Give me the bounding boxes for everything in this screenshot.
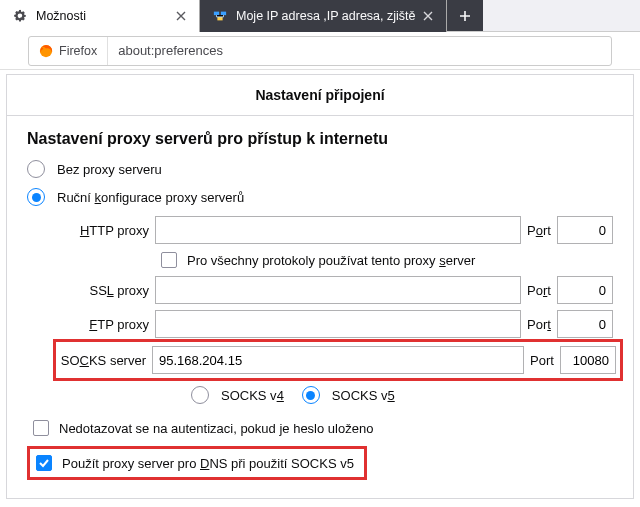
checkbox-icon [33, 420, 49, 436]
radio-icon [27, 188, 45, 206]
ssl-proxy-host[interactable] [155, 276, 521, 304]
socks-proxy-label: SOCKS server [60, 353, 152, 368]
radio-label: SOCKS v5 [332, 388, 395, 403]
socks-version-group: SOCKS v4 SOCKS v5 [191, 386, 613, 404]
url-text: about:preferences [108, 43, 611, 58]
checkbox-all-protocols[interactable]: Pro všechny protokoly používat tento pro… [161, 252, 613, 268]
close-icon[interactable] [420, 8, 436, 24]
port-label: Port [521, 283, 557, 298]
close-icon[interactable] [173, 8, 189, 24]
ssl-proxy-port[interactable] [557, 276, 613, 304]
tab-strip: Možnosti Moje IP adresa ,IP adresa, zjiš… [0, 0, 640, 32]
radio-label: Ruční konfigurace proxy serverů [57, 190, 244, 205]
ftp-proxy-label: FTP proxy [63, 317, 155, 332]
http-proxy-host[interactable] [155, 216, 521, 244]
connection-settings-panel: Nastavení připojení Nastavení proxy serv… [6, 74, 634, 499]
radio-no-proxy[interactable]: Bez proxy serveru [27, 160, 613, 178]
tab-ip-address[interactable]: Moje IP adresa ,IP adresa, zjiště [200, 0, 447, 32]
manual-proxy-fields: HTTP proxy Port Pro všechny protokoly po… [63, 216, 613, 404]
checkbox-icon [161, 252, 177, 268]
port-label: Port [524, 353, 560, 368]
svg-rect-0 [214, 12, 219, 16]
ftp-proxy-port[interactable] [557, 310, 613, 338]
radio-manual-proxy[interactable]: Ruční konfigurace proxy serverů [27, 188, 613, 206]
checkbox-label: Pro všechny protokoly používat tento pro… [187, 253, 475, 268]
tab-label: Moje IP adresa ,IP adresa, zjiště [236, 9, 416, 23]
checkbox-dns-over-socks[interactable]: Použít proxy server pro DNS při použití … [27, 446, 367, 480]
globe-icon [212, 8, 228, 24]
ssl-proxy-row: SSL proxy Port [63, 276, 613, 304]
preferences-content: Nastavení připojení Nastavení proxy serv… [0, 74, 640, 499]
checkbox-label: Použít proxy server pro DNS při použití … [62, 456, 354, 471]
socks-proxy-port[interactable] [560, 346, 616, 374]
tab-label: Možnosti [36, 9, 169, 23]
new-tab-button[interactable] [447, 0, 483, 31]
socks-proxy-host[interactable] [152, 346, 524, 374]
svg-rect-2 [217, 17, 222, 21]
port-label: Port [521, 317, 557, 332]
radio-socks-v5[interactable]: SOCKS v5 [302, 386, 395, 404]
radio-socks-v4[interactable]: SOCKS v4 [191, 386, 284, 404]
section-heading: Nastavení proxy serverů pro přístup k in… [27, 130, 613, 148]
address-bar: Firefox about:preferences [0, 32, 640, 70]
radio-icon [302, 386, 320, 404]
ssl-proxy-label: SSL proxy [63, 283, 155, 298]
panel-title: Nastavení připojení [7, 75, 633, 116]
ftp-proxy-host[interactable] [155, 310, 521, 338]
port-label: Port [521, 223, 557, 238]
radio-icon [27, 160, 45, 178]
tab-options[interactable]: Možnosti [0, 0, 200, 32]
radio-icon [191, 386, 209, 404]
http-proxy-port[interactable] [557, 216, 613, 244]
radio-label: SOCKS v4 [221, 388, 284, 403]
identity-label: Firefox [59, 44, 97, 58]
socks-proxy-row: SOCKS server Port [58, 344, 618, 376]
http-proxy-row: HTTP proxy Port [63, 216, 613, 244]
gear-icon [12, 8, 28, 24]
firefox-icon [39, 44, 53, 58]
checkbox-icon [36, 455, 52, 471]
checkbox-label: Nedotazovat se na autentizaci, pokud je … [59, 421, 373, 436]
http-proxy-label: HTTP proxy [63, 223, 155, 238]
checkbox-no-auth-prompt[interactable]: Nedotazovat se na autentizaci, pokud je … [33, 420, 613, 436]
identity-box[interactable]: Firefox [29, 37, 108, 65]
address-input[interactable]: Firefox about:preferences [28, 36, 612, 66]
ftp-proxy-row: FTP proxy Port [63, 310, 613, 338]
radio-label: Bez proxy serveru [57, 162, 162, 177]
svg-rect-1 [221, 12, 226, 16]
